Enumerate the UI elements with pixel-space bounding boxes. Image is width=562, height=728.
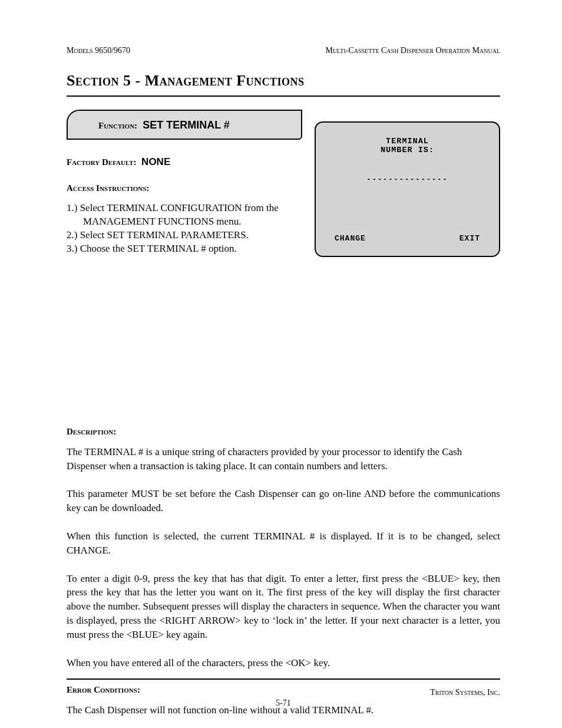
description-p2: This parameter MUST be set before the Ca…	[67, 487, 500, 515]
function-box: Function: SET TERMINAL #	[67, 110, 302, 140]
screen-change-button[interactable]: CHANGE	[335, 234, 366, 243]
access-step: 1.) Select TERMINAL CONFIGURATION from t…	[67, 202, 302, 229]
left-column: Function: SET TERMINAL # Factory Default…	[67, 110, 302, 256]
screen-button-row: CHANGE EXIT	[316, 234, 499, 243]
description-p1: The TERMINAL # is a unique string of cha…	[67, 445, 500, 473]
access-steps: 1.) Select TERMINAL CONFIGURATION from t…	[67, 202, 302, 256]
screen-line1: TERMINAL	[328, 137, 487, 146]
page-footer: Triton Systems, Inc. 5-71	[67, 678, 500, 707]
factory-default-row: Factory Default: NONE	[67, 156, 302, 168]
screen-input-placeholder: ---------------	[328, 176, 487, 184]
content-top: Function: SET TERMINAL # Factory Default…	[67, 110, 500, 409]
access-step: 3.) Choose the SET TERMINAL # option.	[67, 242, 302, 256]
factory-default-value: NONE	[138, 156, 170, 167]
page: Models 9650/9670 Multi-Cassette Cash Dis…	[0, 0, 562, 728]
header-left: Models 9650/9670	[67, 46, 130, 55]
section-title: Section 5 - Management Functions	[67, 72, 500, 90]
footer-page-number: 5-71	[276, 699, 291, 708]
terminal-screen: TERMINAL NUMBER IS: --------------- CHAN…	[315, 121, 500, 257]
function-label: Function:	[98, 121, 137, 130]
screen-line2: NUMBER IS:	[328, 146, 487, 154]
header-right: Multi-Cassette Cash Dispenser Operation …	[325, 46, 500, 55]
screen-exit-button[interactable]: EXIT	[459, 234, 480, 243]
access-instructions-label: Access Instructions:	[67, 183, 302, 193]
footer-company: Triton Systems, Inc.	[430, 688, 500, 697]
factory-default-label: Factory Default:	[67, 157, 137, 167]
description-p4: To enter a digit 0-9, press the key that…	[67, 572, 500, 642]
page-header: Models 9650/9670 Multi-Cassette Cash Dis…	[67, 46, 500, 55]
footer-rule	[67, 678, 500, 680]
access-step: 2.) Select SET TERMINAL PARAMETERS.	[67, 229, 302, 242]
function-name: SET TERMINAL #	[140, 119, 230, 131]
description-p3: When this function is selected, the curr…	[67, 529, 500, 558]
title-rule	[67, 95, 500, 97]
description-label: Description:	[67, 427, 500, 437]
description-p5: When you have entered all of the charact…	[67, 656, 500, 670]
